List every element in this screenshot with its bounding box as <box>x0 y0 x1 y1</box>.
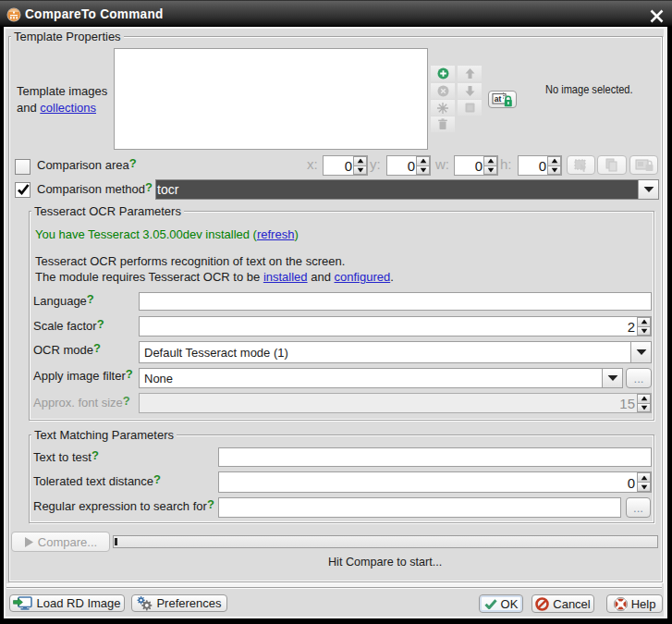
svg-text:at: at <box>495 94 502 104</box>
